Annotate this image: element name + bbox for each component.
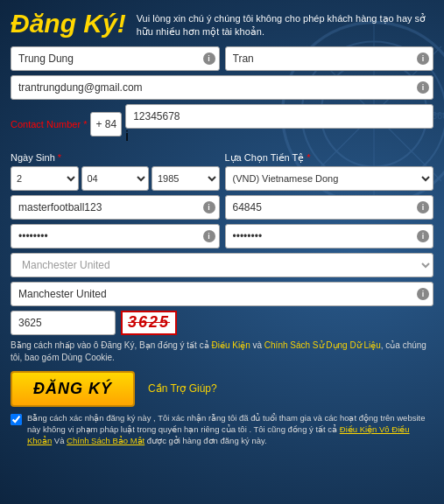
- team-text-row: i: [11, 282, 433, 306]
- captcha-input-wrap: [11, 311, 116, 335]
- currency-select-wrap: (VND) Vietnamese Dong (USD) US Dollar (E…: [225, 166, 434, 191]
- captcha-row: 3625: [11, 311, 433, 335]
- dob-month-select[interactable]: 010203 040506 070809 101112: [81, 166, 150, 191]
- password-info-icon[interactable]: i: [203, 230, 215, 242]
- promo-wrap: i: [225, 195, 434, 220]
- email-info-icon[interactable]: i: [417, 81, 429, 94]
- button-row: ĐĂNG KÝ Cần Trợ Giúp?: [11, 371, 433, 407]
- dob-year-select[interactable]: 198019811982 198319841985 198619871988 1…: [152, 166, 220, 191]
- last-name-info-icon[interactable]: i: [417, 52, 429, 65]
- phone-input[interactable]: [125, 104, 433, 129]
- team-text-wrap: i: [11, 282, 433, 306]
- username-wrap: i: [11, 195, 220, 220]
- age-confirm-checkbox[interactable]: [11, 414, 22, 425]
- last-name-wrap: i: [225, 46, 434, 71]
- dob-currency-label-row: Ngày Sinh * Lựa Chọn Tiền Tệ *: [11, 149, 433, 164]
- page-subtitle: Vui lòng xin chú ý chúng tôi không cho p…: [137, 9, 433, 39]
- bottom-text-row: Bằng cách xác nhận đăng ký này , Tôi xác…: [11, 412, 433, 447]
- team-select-wrap: Tên đội bóng yêu thích? Manchester Unite…: [11, 253, 433, 277]
- currency-select[interactable]: (VND) Vietnamese Dong (USD) US Dollar (E…: [225, 166, 434, 191]
- promo-info-icon[interactable]: i: [417, 201, 429, 214]
- team-select[interactable]: Tên đội bóng yêu thích? Manchester Unite…: [11, 253, 433, 277]
- last-name-input[interactable]: [225, 46, 434, 71]
- team-text-info-icon[interactable]: i: [417, 288, 429, 300]
- first-name-wrap: i: [11, 46, 220, 71]
- help-link[interactable]: Cần Trợ Giúp?: [148, 382, 217, 395]
- password-wrap: i: [11, 224, 220, 248]
- email-wrap: i: [11, 75, 433, 100]
- email-row: i: [11, 75, 433, 100]
- username-info-icon[interactable]: i: [203, 201, 215, 214]
- phone-prefix: + 84: [90, 112, 122, 136]
- confirm-password-info-icon[interactable]: i: [417, 230, 429, 242]
- confirm-password-input[interactable]: [225, 224, 434, 248]
- captcha-input[interactable]: [11, 311, 116, 335]
- email-input[interactable]: [11, 75, 433, 100]
- captcha-image: 3625: [121, 311, 177, 335]
- dob-day-select[interactable]: 123 456 789 101112 131415 161718 192021 …: [11, 166, 79, 191]
- page-title: Đăng Ký!: [11, 9, 126, 38]
- phone-wrap: i: [125, 104, 433, 144]
- terms-text: Bằng cách nhấp vào ô Đăng Ký, Bạn đồng ý…: [11, 340, 433, 364]
- name-row: i i: [11, 46, 433, 71]
- terms-link1[interactable]: Điều Kiện: [211, 340, 250, 350]
- team-text-input[interactable]: [11, 282, 433, 306]
- bottom-text: Bằng cách xác nhận đăng ký này , Tôi xác…: [27, 412, 433, 447]
- chinh-sach-bao-mat-link[interactable]: Chính Sách Bảo Mật: [67, 436, 144, 445]
- contact-label: Contact Number *: [11, 119, 87, 130]
- dob-currency-row: 123 456 789 101112 131415 161718 192021 …: [11, 166, 433, 191]
- username-promo-row: i i: [11, 195, 433, 220]
- confirm-password-wrap: i: [225, 224, 434, 248]
- contact-row: Contact Number * + 84 i: [11, 104, 433, 144]
- currency-section: (VND) Vietnamese Dong (USD) US Dollar (E…: [225, 166, 434, 191]
- password-input[interactable]: [11, 224, 220, 248]
- register-button[interactable]: ĐĂNG KÝ: [11, 371, 135, 407]
- first-name-info-icon[interactable]: i: [203, 52, 215, 65]
- username-input[interactable]: [11, 195, 220, 220]
- header-row: Đăng Ký! Vui lòng xin chú ý chúng tôi kh…: [11, 9, 433, 39]
- promo-input[interactable]: [225, 195, 434, 220]
- password-row: i i: [11, 224, 433, 248]
- dob-label: Ngày Sinh *: [11, 152, 61, 163]
- terms-link2[interactable]: Chính Sách Sử Dụng Dữ Liệu: [264, 340, 381, 350]
- first-name-input[interactable]: [11, 46, 220, 71]
- dob-selects: 123 456 789 101112 131415 161718 192021 …: [11, 166, 220, 191]
- phone-info-icon[interactable]: i: [125, 129, 129, 144]
- dob-section: 123 456 789 101112 131415 161718 192021 …: [11, 166, 220, 191]
- currency-label: Lựa Chọn Tiền Tệ *: [225, 152, 311, 163]
